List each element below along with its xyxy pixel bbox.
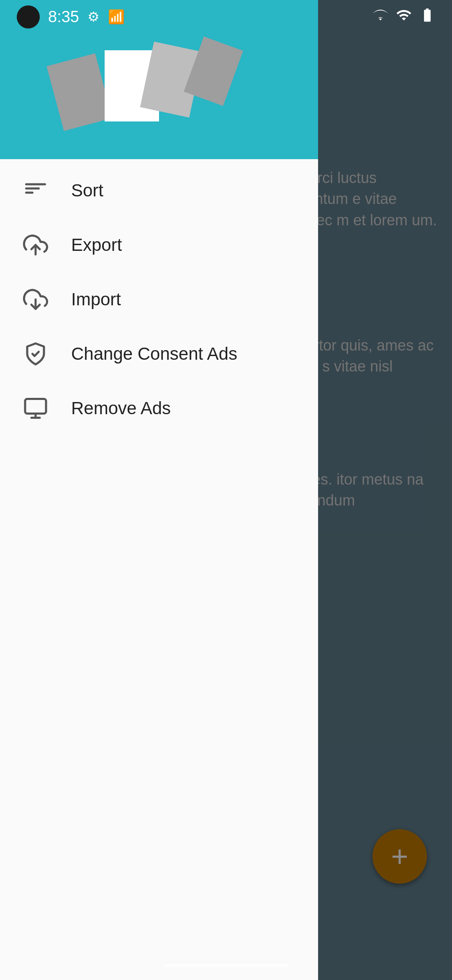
home-indicator: [163, 964, 289, 967]
menu-item-export[interactable]: Export: [0, 218, 318, 272]
dim-overlay: [318, 0, 452, 980]
battery-icon: [419, 7, 435, 26]
signal-icon: [396, 7, 412, 26]
navigation-drawer: Sort Export Import: [0, 0, 318, 980]
status-right: [372, 7, 435, 26]
status-bar: 8:35 ⚙ 📶: [0, 0, 452, 34]
status-time: 8:35: [48, 8, 79, 26]
menu-item-change-consent-ads[interactable]: Change Consent Ads: [0, 327, 318, 381]
menu-item-remove-ads[interactable]: Remove Ads: [0, 381, 318, 436]
shield-icon: [21, 339, 50, 369]
download-icon: [21, 285, 50, 314]
remove-ads-label: Remove Ads: [71, 398, 171, 418]
import-label: Import: [71, 289, 121, 309]
wifi-icon: [372, 7, 388, 26]
sort-label: Sort: [71, 181, 103, 201]
menu-list: Sort Export Import: [0, 159, 318, 980]
paper-gray-left: [46, 53, 112, 131]
export-label: Export: [71, 235, 122, 255]
svg-rect-5: [25, 399, 46, 414]
monitor-icon: [21, 394, 50, 423]
status-left: 8:35 ⚙ 📶: [17, 5, 125, 28]
menu-item-sort[interactable]: Sort: [0, 163, 318, 218]
change-consent-ads-label: Change Consent Ads: [71, 344, 237, 364]
upload-icon: [21, 230, 50, 260]
settings-icon: ⚙: [87, 9, 100, 25]
sim-icon: 📶: [108, 9, 125, 25]
notification-dot: [17, 5, 40, 28]
menu-item-import[interactable]: Import: [0, 272, 318, 327]
sort-icon: [21, 176, 50, 205]
